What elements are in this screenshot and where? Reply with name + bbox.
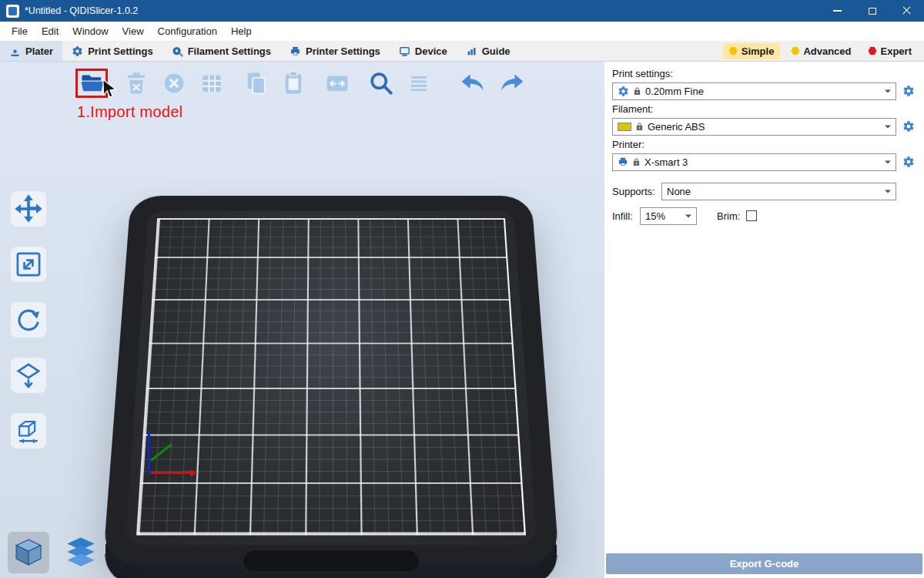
variable-layer-height-button[interactable] — [403, 68, 434, 99]
gear-icon — [72, 45, 83, 57]
gear-icon — [618, 86, 629, 97]
cursor-pointer-icon — [101, 79, 118, 100]
search-button[interactable] — [366, 68, 397, 99]
edit-filament-button[interactable] — [901, 119, 916, 134]
expert-mode-dot — [869, 47, 877, 55]
chevron-down-icon — [885, 161, 891, 167]
edit-printer-button[interactable] — [901, 154, 916, 170]
tab-guide[interactable]: Guide — [457, 41, 520, 61]
3d-editor-view-button[interactable] — [8, 532, 49, 573]
redo-button[interactable] — [496, 68, 527, 99]
tab-plater[interactable]: Plater — [0, 41, 62, 61]
menu-file[interactable]: File — [5, 22, 35, 41]
mode-advanced[interactable]: Advanced — [785, 43, 857, 59]
print-settings-combo[interactable]: 0.20mm Fine — [612, 82, 896, 100]
rotate-icon — [13, 304, 44, 335]
minimize-button[interactable] — [820, 0, 855, 22]
measure-button[interactable] — [11, 413, 46, 449]
search-icon — [367, 69, 396, 98]
tab-filament-settings-label: Filament Settings — [188, 45, 271, 57]
plater-icon — [9, 45, 21, 57]
printer-icon — [290, 45, 301, 57]
scale-gizmo-button[interactable] — [11, 247, 46, 282]
advanced-mode-dot — [791, 47, 799, 55]
mode-expert[interactable]: Expert — [862, 43, 918, 59]
tutorial-annotation: 1.Import model — [77, 103, 183, 121]
bed-handle-notch — [243, 550, 420, 571]
chevron-down-icon — [685, 215, 691, 221]
preview-layers-button[interactable] — [60, 532, 102, 573]
tab-filament-settings[interactable]: Filament Settings — [162, 41, 280, 61]
menu-configuration[interactable]: Configuration — [151, 22, 224, 41]
gizmo-toolbar — [11, 191, 46, 449]
app-window: *Untitled - QIDISlicer-1.0.2 File Edit W… — [0, 0, 924, 578]
rotate-gizmo-button[interactable] — [11, 302, 46, 338]
trash-icon — [122, 69, 151, 98]
filament-combo[interactable]: Generic ABS — [612, 118, 896, 136]
supports-combo[interactable]: None — [661, 183, 896, 200]
brim-checkbox[interactable] — [746, 210, 757, 221]
tab-guide-label: Guide — [482, 45, 511, 57]
viewport-3d[interactable]: 1.Import model — [0, 62, 604, 578]
simple-mode-dot — [729, 47, 738, 55]
tabbar: Plater Print Settings Filament Settings … — [0, 41, 924, 62]
mode-simple[interactable]: Simple — [723, 43, 781, 59]
lock-icon — [633, 86, 641, 96]
delete-all-button[interactable] — [159, 68, 189, 99]
redo-arrow-icon — [497, 69, 526, 98]
filament-label: Filament: — [612, 103, 916, 115]
cube-3d-icon — [11, 536, 46, 570]
guide-icon — [466, 45, 477, 57]
plater-toolbar — [75, 68, 527, 99]
arrange-grid-icon — [197, 69, 226, 98]
print-bed — [99, 137, 564, 578]
print-settings-label: Print settings: — [612, 68, 916, 79]
paste-icon — [279, 69, 308, 98]
print-settings-value: 0.20mm Fine — [645, 86, 704, 97]
gear-icon — [902, 120, 915, 133]
axis-x — [151, 472, 191, 474]
menu-window[interactable]: Window — [65, 22, 115, 41]
bed-grid — [136, 218, 526, 535]
copy-button[interactable] — [240, 68, 271, 99]
filament-color-swatch — [618, 123, 631, 131]
printer-combo[interactable]: X-smart 3 — [612, 153, 896, 171]
infill-combo[interactable]: 15% — [640, 207, 697, 225]
close-button[interactable] — [889, 0, 924, 22]
flatten-icon — [13, 360, 44, 391]
lock-icon — [632, 157, 641, 167]
menu-view[interactable]: View — [116, 22, 151, 41]
printer-label: Printer: — [612, 139, 916, 150]
place-on-face-button[interactable] — [11, 358, 46, 393]
layers-stack-icon — [63, 536, 99, 570]
menubar: File Edit Window View Configuration Help — [0, 22, 924, 41]
mode-expert-label: Expert — [881, 45, 912, 57]
gear-icon — [902, 85, 915, 97]
edit-print-settings-button[interactable] — [901, 83, 916, 99]
menu-edit[interactable]: Edit — [35, 22, 65, 41]
chevron-down-icon — [885, 126, 891, 132]
mode-switcher: Simple Advanced Expert — [723, 41, 924, 61]
layer-lines-icon — [404, 69, 434, 98]
delete-button[interactable] — [121, 68, 152, 99]
printer-value: X-smart 3 — [644, 156, 688, 168]
tab-device[interactable]: Device — [390, 41, 457, 61]
export-gcode-button[interactable]: Export G-code — [606, 553, 922, 574]
undo-button[interactable] — [458, 68, 489, 99]
circle-x-icon — [159, 69, 189, 98]
paste-button[interactable] — [278, 68, 309, 99]
device-icon — [399, 45, 410, 57]
menu-help[interactable]: Help — [224, 22, 259, 41]
lock-icon — [635, 122, 644, 132]
maximize-button[interactable] — [855, 0, 889, 22]
chevron-down-icon — [885, 190, 891, 197]
tab-printer-settings[interactable]: Printer Settings — [280, 41, 390, 61]
move-gizmo-button[interactable] — [11, 191, 46, 227]
move-arrows-icon — [13, 193, 44, 224]
split-objects-button[interactable] — [322, 68, 353, 99]
arrange-button[interactable] — [196, 68, 227, 99]
mode-simple-label: Simple — [742, 45, 775, 57]
tab-print-settings[interactable]: Print Settings — [62, 41, 162, 61]
supports-value: None — [667, 186, 691, 197]
tab-printer-settings-label: Printer Settings — [306, 45, 380, 57]
